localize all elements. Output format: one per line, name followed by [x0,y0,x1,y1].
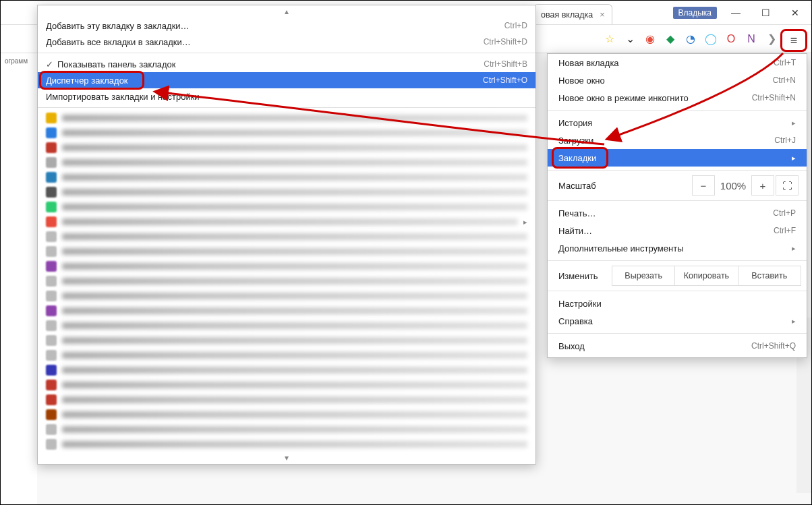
chevron-right-icon: ▸ [792,244,796,253]
separator [38,53,535,53]
profile-badge[interactable]: Владыка [673,7,718,19]
ext-circle-icon[interactable]: ◯ [702,30,720,48]
menu-more-tools[interactable]: Дополнительные инструменты ▸ [548,239,807,257]
bookmark-item[interactable] [38,140,535,155]
menu-shortcut: Ctrl+Shift+N [752,93,796,102]
menu-shortcut: Ctrl+P [773,208,796,218]
ext-blue-icon[interactable]: ◔ [682,30,699,48]
menu-bookmark-manager[interactable]: Диспетчер закладок Ctrl+Shift+O [38,72,535,88]
pocket-icon[interactable]: ⌄ [621,30,639,48]
bookmark-item[interactable] [38,348,535,363]
browser-tab-new[interactable]: овая вкладка × [533,4,612,24]
bg-left-text: ограмм [5,57,28,65]
separator [548,110,807,111]
menu-downloads[interactable]: Загрузки Ctrl+J [548,131,807,149]
zoom-value: 100% [716,175,750,196]
menu-label: Добавить эту вкладку в закладки… [46,21,190,31]
menu-label: История [558,118,592,128]
close-icon[interactable]: × [600,9,605,20]
separator [548,333,807,334]
minimize-button[interactable]: — [725,5,747,20]
cut-button[interactable]: Вырезать [612,266,675,286]
zoom-in-button[interactable]: + [751,175,774,196]
onenote-icon[interactable]: N [743,30,760,48]
chevron-right-icon: ▸ [792,119,796,127]
chevron-right-icon: ▸ [792,154,796,162]
bookmark-item[interactable] [38,303,535,318]
menu-print[interactable]: Печать… Ctrl+P [548,204,807,222]
menu-label: Новая вкладка [558,58,619,68]
menu-label: Справка [558,316,593,326]
bookmark-item[interactable] [38,259,535,274]
menu-label: Выход [558,341,585,351]
opera-icon[interactable]: O [722,30,740,48]
main-menu: Новая вкладка Ctrl+T Новое окно Ctrl+N Н… [547,53,807,358]
menu-bookmarks[interactable]: Закладки ▸ [548,149,807,167]
zoom-out-button[interactable]: − [692,175,715,196]
separator [548,170,807,171]
menu-label: Импортировать закладки и настройки [46,92,200,102]
menu-label: Добавить все вкладки в закладки… [46,37,191,47]
bookmark-item[interactable] [38,229,535,244]
menu-exit[interactable]: Выход Ctrl+Shift+Q [548,337,807,355]
menu-shortcut: Ctrl+T [774,58,796,67]
bookmark-item[interactable] [38,244,535,259]
bookmark-item[interactable] [38,318,535,333]
close-button[interactable]: ✕ [784,5,806,20]
menu-new-tab[interactable]: Новая вкладка Ctrl+T [548,54,807,71]
menu-incognito[interactable]: Новое окно в режиме инкогнито Ctrl+Shift… [548,89,807,107]
ext-green-icon[interactable]: ◆ [662,30,679,48]
menu-add-this-tab[interactable]: Добавить эту вкладку в закладки… Ctrl+D [38,18,535,34]
main-menu-button[interactable]: ≡ [780,29,807,52]
scroll-up-arrow[interactable]: ▴ [38,5,535,18]
menu-label: Показывать панель закладок [57,59,176,69]
menu-shortcut: Ctrl+D [504,21,527,30]
overflow-icon[interactable]: ❯ [763,30,780,48]
menu-history[interactable]: История ▸ [548,114,807,131]
paste-button[interactable]: Вставить [738,266,801,286]
menu-import-bookmarks[interactable]: Импортировать закладки и настройки [38,88,535,105]
bookmark-item[interactable] [38,200,535,214]
scroll-down-arrow[interactable]: ▾ [38,452,535,464]
bookmark-item[interactable] [38,125,535,140]
window-controls: Владыка — ☐ ✕ [669,1,812,24]
bookmark-item[interactable] [38,378,535,392]
bookmark-item[interactable] [38,333,535,348]
bookmark-item[interactable] [38,155,535,170]
menu-help[interactable]: Справка ▸ [548,312,807,330]
fullscreen-button[interactable]: ⛶ [776,175,799,196]
bookmark-item[interactable] [38,274,535,289]
bookmark-item[interactable] [38,363,535,378]
bookmark-item[interactable] [38,437,535,452]
menu-find[interactable]: Найти… Ctrl+F [548,222,807,239]
chevron-right-icon: ▸ [792,317,796,326]
adblock-icon[interactable]: ◉ [641,30,659,48]
bookmark-item[interactable] [38,185,535,200]
bookmark-item[interactable] [38,289,535,303]
separator [548,260,807,261]
bookmark-item[interactable] [38,422,535,437]
menu-label: Загрузки [558,136,593,146]
menu-show-bookmarks-bar[interactable]: ✓ Показывать панель закладок Ctrl+Shift+… [38,56,535,72]
menu-label: Настройки [558,299,602,309]
bookmark-item[interactable] [38,111,535,125]
bookmark-item[interactable]: ▸ [38,214,535,229]
star-icon[interactable]: ☆ [601,30,618,48]
menu-label: Новое окно [558,76,605,86]
separator [38,107,535,108]
menu-settings[interactable]: Настройки [548,295,807,312]
menu-edit-row: Изменить Вырезать Копировать Вставить [548,264,807,287]
chevron-right-icon: ▸ [523,218,527,227]
menu-new-window[interactable]: Новое окно Ctrl+N [548,71,807,89]
bookmark-item[interactable] [38,407,535,422]
copy-button[interactable]: Копировать [674,266,738,286]
menu-shortcut: Ctrl+J [774,136,796,145]
menu-add-all-tabs[interactable]: Добавить все вкладки в закладки… Ctrl+Sh… [38,34,535,50]
maximize-button[interactable]: ☐ [755,5,776,20]
menu-shortcut: Ctrl+Shift+O [483,76,527,85]
menu-shortcut: Ctrl+Shift+B [484,59,527,69]
separator [548,291,807,291]
bookmark-item[interactable] [38,392,535,407]
bookmark-item[interactable] [38,170,535,185]
menu-label: Дополнительные инструменты [558,243,684,254]
